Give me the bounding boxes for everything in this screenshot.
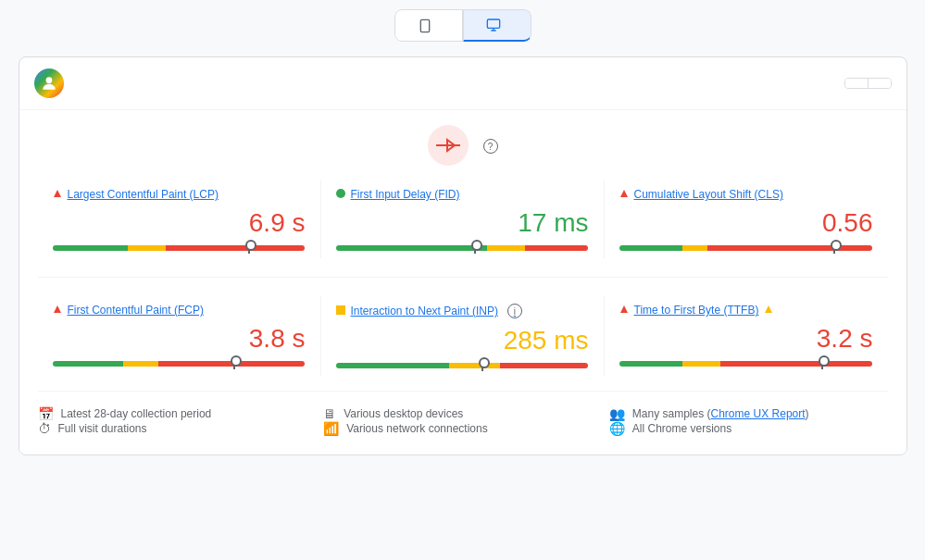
- footer-text-0-1: Full visit durations: [58, 422, 147, 435]
- footer-col-0: 📅Latest 28-day collection period⏱Full vi…: [38, 406, 317, 436]
- footer-link-2-0[interactable]: Chrome UX Report: [711, 407, 806, 420]
- footer-col-2: 👥Many samples (Chrome UX Report)🌐All Chr…: [609, 406, 888, 436]
- metric-label-text-ttfb: Time to First Byte (TTFB): [634, 304, 759, 317]
- progress-marker: [233, 358, 235, 369]
- desktop-icon: [486, 18, 501, 32]
- metric-label-fid[interactable]: First Input Delay (FID): [336, 188, 589, 201]
- progress-marker: [248, 243, 250, 254]
- this-url-button[interactable]: [845, 79, 869, 88]
- metric-label-fcp[interactable]: First Contentful Paint (FCP): [53, 304, 306, 317]
- header-row: [19, 57, 906, 110]
- footer-item-1-1: 📶Various network connections: [323, 421, 602, 436]
- triangle-red-icon: [53, 188, 62, 201]
- metric-label-inp[interactable]: Interaction to Next Paint (INP)i: [336, 304, 589, 318]
- dash-lines-icon: [434, 136, 462, 155]
- footer-icon-1-1: 📶: [323, 421, 339, 436]
- origin-button[interactable]: [869, 79, 891, 88]
- metric-label-cls[interactable]: Cumulative Layout Shift (CLS): [619, 188, 873, 201]
- metric-value-ttfb: 3.2 s: [619, 324, 873, 354]
- footer-text-2-0: Many samples (Chrome UX Report): [632, 407, 809, 420]
- avatar: [34, 68, 64, 98]
- progress-marker: [481, 360, 483, 371]
- panel: ? Largest Contentful Paint (LCP)6.9 sFir…: [19, 110, 906, 454]
- progress-marker: [474, 243, 476, 254]
- metric-item-fcp: First Contentful Paint (FCP)3.8 s: [38, 296, 321, 376]
- metric-label-lcp[interactable]: Largest Contentful Paint (LCP): [53, 188, 306, 201]
- progress-bar: [336, 245, 589, 251]
- triangle-red-icon: [619, 188, 629, 201]
- footer-item-1-0: 🖥Various desktop devices: [323, 406, 602, 421]
- svg-marker-14: [620, 305, 628, 313]
- metric-label-text-fcp: First Contentful Paint (FCP): [68, 304, 204, 317]
- metric-value-lcp: 6.9 s: [53, 208, 306, 238]
- svg-marker-11: [620, 190, 628, 197]
- footer-item-2-0: 👥Many samples (Chrome UX Report): [609, 406, 888, 421]
- metric-label-text-fid: First Input Delay (FID): [351, 188, 460, 201]
- metric-value-fid: 17 ms: [336, 208, 589, 238]
- metric-value-fcp: 3.8 s: [53, 324, 306, 354]
- assessment-header: ?: [38, 125, 888, 166]
- svg-rect-0: [420, 19, 429, 31]
- footer-icon-0-1: ⏱: [38, 421, 51, 436]
- footer-icon-0-0: 📅: [38, 406, 54, 421]
- footer-item-2-1: 🌐All Chrome versions: [609, 421, 888, 436]
- core-metrics-grid: Largest Contentful Paint (LCP)6.9 sFirst…: [38, 180, 888, 278]
- metric-value-cls: 0.56: [619, 208, 873, 238]
- svg-point-5: [45, 77, 52, 83]
- footer-icon-2-0: 👥: [609, 406, 625, 421]
- progress-bar: [336, 363, 589, 368]
- metric-value-inp: 285 ms: [336, 326, 589, 355]
- metric-label-text-lcp: Largest Contentful Paint (LCP): [68, 188, 219, 201]
- progress-bar: [619, 245, 873, 251]
- metric-item-ttfb: Time to First Byte (TTFB) 3.2 s: [605, 296, 888, 376]
- progress-bar: [53, 361, 306, 367]
- svg-marker-7: [447, 140, 455, 151]
- svg-rect-13: [336, 305, 345, 315]
- footer-info: 📅Latest 28-day collection period⏱Full vi…: [38, 391, 888, 436]
- metric-extra-icon-ttfb: [764, 304, 773, 317]
- svg-marker-15: [765, 305, 772, 313]
- triangle-red-icon: [53, 304, 62, 317]
- svg-marker-12: [54, 305, 61, 313]
- triangle-red-icon: [619, 304, 629, 317]
- footer-item-0-0: 📅Latest 28-day collection period: [38, 406, 317, 421]
- footer-text-1-1: Various network connections: [346, 422, 488, 435]
- tab-mobile[interactable]: [394, 9, 463, 42]
- progress-marker: [821, 358, 823, 369]
- metric-item-cls: Cumulative Layout Shift (CLS)0.56: [605, 180, 888, 258]
- progress-bar: [53, 245, 306, 251]
- svg-point-10: [336, 189, 345, 198]
- tab-bar: [394, 9, 531, 42]
- tab-desktop[interactable]: [463, 9, 531, 42]
- footer-icon-1-0: 🖥: [323, 406, 336, 421]
- metric-item-lcp: Largest Contentful Paint (LCP)6.9 s: [38, 180, 321, 258]
- footer-icon-2-1: 🌐: [609, 421, 625, 436]
- footer-col-1: 🖥Various desktop devices📶Various network…: [323, 406, 602, 436]
- assessment-info-icon[interactable]: ?: [483, 139, 498, 154]
- assessment-title: ?: [480, 137, 498, 155]
- mobile-icon: [418, 19, 432, 33]
- metric-item-fid: First Input Delay (FID)17 ms: [321, 180, 605, 258]
- metric-item-inp: Interaction to Next Paint (INP)i285 ms: [321, 296, 605, 376]
- metric-info-icon-inp[interactable]: i: [507, 304, 522, 318]
- metric-label-ttfb[interactable]: Time to First Byte (TTFB): [619, 304, 873, 317]
- avatar-icon: [40, 74, 58, 93]
- green-dot-icon: [336, 188, 345, 201]
- progress-bar: [619, 361, 873, 367]
- square-orange-icon: [336, 305, 345, 317]
- footer-text-1-0: Various desktop devices: [344, 407, 463, 420]
- failed-dash-icon: [434, 136, 462, 155]
- metric-label-text-cls: Cumulative Layout Shift (CLS): [634, 188, 783, 201]
- svg-rect-2: [487, 19, 499, 28]
- main-container: ? Largest Contentful Paint (LCP)6.9 sFir…: [19, 56, 907, 455]
- progress-marker: [833, 243, 835, 254]
- footer-text-0-0: Latest 28-day collection period: [61, 407, 212, 420]
- footer-text-2-1: All Chrome versions: [632, 422, 731, 435]
- assessment-icon: [428, 125, 469, 166]
- other-metrics-grid: First Contentful Paint (FCP)3.8 sInterac…: [38, 296, 888, 376]
- svg-marker-9: [54, 190, 61, 197]
- footer-item-0-1: ⏱Full visit durations: [38, 421, 317, 436]
- metric-label-text-inp: Interaction to Next Paint (INP): [351, 305, 498, 317]
- url-origin-group: [844, 78, 892, 89]
